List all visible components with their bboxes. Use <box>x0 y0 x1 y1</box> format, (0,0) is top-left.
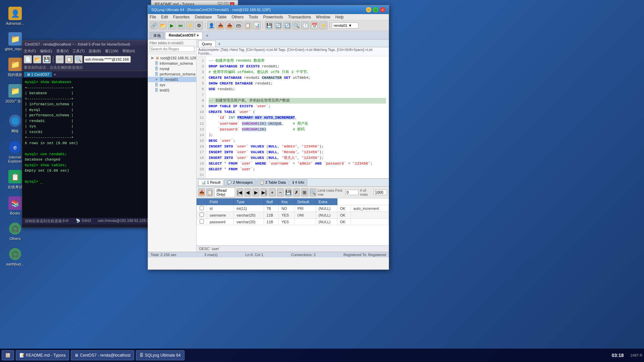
sqlyog-menu-database[interactable]: Database <box>195 15 212 19</box>
sqlyog-tab-local[interactable]: 本地 <box>150 32 164 39</box>
sqlyog-tb-power[interactable]: ⚡ <box>319 21 327 29</box>
results-tab-4[interactable]: ℹ 4 Info <box>289 179 307 186</box>
results-next-btn[interactable]: ▶ <box>253 188 259 196</box>
sqlyog-menu-window[interactable]: Window <box>316 15 330 19</box>
xshell-toolbar-btn4[interactable]: ✂ <box>56 55 64 63</box>
results-copy-btn[interactable]: 📋 <box>206 188 213 196</box>
sqlyog-tb-user[interactable]: 👤 <box>207 21 215 29</box>
xshell-menu-help[interactable]: 帮助(H) <box>122 49 135 54</box>
sqlyog-tb-history[interactable]: 🕐 <box>301 21 309 29</box>
xshell-toolbar-btn6[interactable]: 🔍 <box>74 55 83 63</box>
xshell-menu-view[interactable]: 查看(V) <box>56 49 69 54</box>
sqlyog-menu-file[interactable]: File <box>150 15 156 19</box>
row2-checkbox[interactable] <box>200 213 204 217</box>
sqlyog-tb-query3[interactable]: 📊 <box>253 21 261 29</box>
row2-check[interactable] <box>197 212 207 219</box>
sqlyog-close-btn[interactable]: × <box>380 7 385 12</box>
db-tree-perf-schema[interactable]: 🗄 performance_schema <box>148 71 196 77</box>
row3-checkbox[interactable] <box>200 219 204 224</box>
results-tab-2[interactable]: 💬 2 Messages <box>224 179 256 186</box>
sqlyog-menu-edit[interactable]: Edit <box>161 15 168 19</box>
taskbar-xshell[interactable]: 🖥 CentOS7 - renda@localhost <box>71 350 134 360</box>
sqlyog-tb-restore[interactable]: 🔄 <box>274 21 282 29</box>
sqlyog-tb-run[interactable]: ▶ <box>168 21 176 29</box>
sqlyog-tb-compare[interactable]: 🔍 <box>292 21 300 29</box>
db-tree-renda01[interactable]: ▼ 🗄 renda01 <box>148 77 196 82</box>
sqlyog-db-dropdown[interactable]: renda01 ▼ <box>332 22 359 28</box>
xshell-toolbar-btn1[interactable]: 📄 <box>24 55 32 63</box>
results-grid-btn[interactable]: ⊞ <box>301 188 308 196</box>
sqlyog-menu-help[interactable]: Help <box>335 15 344 19</box>
results-last-btn[interactable]: ▶| <box>261 188 267 196</box>
db-tree-sys[interactable]: 🗄 sys <box>148 82 196 87</box>
desktop-icon-earth[interactable]: 🎧 earthbud... <box>3 247 27 266</box>
sqlyog-tb-scheduler[interactable]: 📅 <box>310 21 318 29</box>
query-tab-main[interactable]: Query <box>198 41 216 47</box>
first-row-input[interactable] <box>345 190 359 195</box>
row3-check[interactable] <box>197 219 207 225</box>
row2-default: (NULL) <box>316 212 337 219</box>
sqlyog-tb-backup[interactable]: 💾 <box>265 21 273 29</box>
xshell-tab-centos[interactable]: 🖥 1 CentOS7 <box>24 72 52 77</box>
xshell-menu-tools[interactable]: 工具(T) <box>72 49 85 54</box>
results-save-btn[interactable]: 💾 <box>285 188 292 196</box>
xshell-menu-window[interactable]: 窗口(W) <box>105 49 118 54</box>
taskbar-typora[interactable]: 📝 README.md - Typora <box>16 350 69 360</box>
sqlyog-maximize-btn[interactable]: □ <box>373 7 378 12</box>
xshell-address-bar[interactable] <box>84 56 131 63</box>
sqlyog-menu-favorites[interactable]: Favorites <box>173 15 190 19</box>
db-tree-server[interactable]: ▶ 🖥 root@192.168.91.128 <box>148 55 196 61</box>
sqlyog-tb-run2[interactable]: ⏭ <box>177 21 185 29</box>
sqlyog-tb-run3[interactable]: ⚡ <box>186 21 194 29</box>
sqlyog-tb-query2[interactable]: 📋 <box>244 21 252 29</box>
sqlyog-tb-sync[interactable]: 🔃 <box>283 21 291 29</box>
xshell-toolbar-btn3[interactable]: 💾 <box>43 55 51 63</box>
code-editor[interactable]: -- 创建并使用 renda01 数据库 DROP DATABASE IF EX… <box>206 56 389 178</box>
sqlyog-tb-new[interactable]: 🔗 <box>150 21 158 29</box>
sqlyog-menu-others[interactable]: Others <box>231 15 244 19</box>
xshell-menu-edit[interactable]: 编辑(E) <box>40 49 52 54</box>
start-button[interactable]: 🪟 <box>2 350 14 360</box>
query-tab-add-btn[interactable]: + <box>216 41 222 47</box>
results-add-row-btn[interactable]: + <box>269 188 275 196</box>
sqlyog-tab-renda[interactable]: RendaCentOS7 × <box>165 32 203 39</box>
row1-check[interactable] <box>197 205 207 212</box>
search-as-regex-input[interactable] <box>150 46 195 52</box>
row1-checkbox[interactable] <box>200 206 204 210</box>
results-tab-3[interactable]: 📋 3 Table Data <box>257 179 289 186</box>
sqlyog-tb-open[interactable]: 📂 <box>159 21 167 29</box>
results-del-row-btn[interactable]: − <box>277 188 284 196</box>
sqlyog-minimize-btn[interactable]: ─ <box>366 7 371 12</box>
sqlyog-tb-run4[interactable]: ⚙ <box>195 21 203 29</box>
results-tab-1[interactable]: 📊 1 Result <box>198 179 223 186</box>
code-line-5: SHOW CREATE DATABASE renda01; <box>209 81 386 86</box>
xshell-tab-add[interactable]: + <box>53 72 56 77</box>
sqlyog-tb-export[interactable]: 📤 <box>225 21 233 29</box>
svg-text:📁: 📁 <box>11 60 20 69</box>
sqlyog-tb-import[interactable]: 📥 <box>216 21 224 29</box>
results-th-key: Key <box>279 199 295 205</box>
results-filter-btn[interactable]: 🔍 <box>310 188 316 196</box>
results-discard-btn[interactable]: ✗ <box>293 188 300 196</box>
rows-count-input[interactable] <box>374 190 387 195</box>
sqlyog-menu-tools[interactable]: Tools <box>249 15 258 19</box>
xshell-toolbar-btn5[interactable]: 📋 <box>65 55 73 63</box>
taskbar-sqlyog[interactable]: 🗄 SQLyog Ultimate 64 <box>136 350 184 360</box>
sqlyog-tab-add-btn[interactable]: + <box>203 32 211 39</box>
results-prev-btn[interactable]: ◀ <box>245 188 251 196</box>
code-line-18: INSERT INTO `user` VALUES (NULL, '张大人', … <box>209 155 386 161</box>
desktop-icon-admin[interactable]: 👤 Administr... <box>3 7 27 25</box>
sqlyog-title: SQLyog Ultimate 64 - [RendaCentOS7/renda… <box>151 8 271 12</box>
results-export-btn[interactable]: 📤 <box>198 188 205 196</box>
db-tree-mysql[interactable]: 🗄 mysql <box>148 66 196 71</box>
results-first-btn[interactable]: |◀ <box>236 188 243 196</box>
sqlyog-menu-table[interactable]: Table <box>217 15 227 19</box>
sqlyog-tb-tables[interactable]: 🗃 <box>234 21 243 29</box>
sqlyog-menu-powertools[interactable]: Powertools <box>263 15 283 19</box>
xshell-menu-options[interactable]: 选项(B) <box>89 49 101 54</box>
db-tree-info-schema[interactable]: 🗄 information_schema <box>148 61 196 66</box>
db-tree-test01[interactable]: 🗄 test01 <box>148 87 196 93</box>
xshell-toolbar-btn2[interactable]: 📂 <box>33 55 41 63</box>
xshell-menu-file[interactable]: 文件(F) <box>24 49 36 54</box>
sqlyog-menu-transactions[interactable]: Transactions <box>288 15 311 19</box>
